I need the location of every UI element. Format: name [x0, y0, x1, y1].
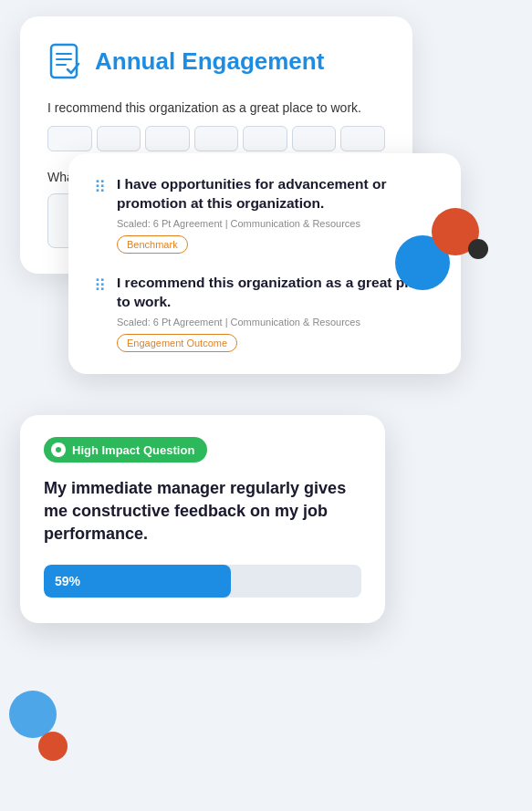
card-header: Annual Engagement [47, 42, 385, 80]
scale-segment[interactable] [292, 126, 337, 151]
question-1-text: I recommend this organization as a great… [47, 100, 385, 115]
scene: Annual Engagement I recommend this organ… [0, 0, 532, 811]
question-item-1: ⠿ I have opportunities for advancement o… [94, 175, 435, 254]
progress-bar-container: 59% [44, 565, 361, 598]
high-impact-card: High Impact Question My immediate manage… [20, 415, 385, 623]
decorative-circle-dark [468, 239, 488, 259]
scale-segment[interactable] [47, 126, 92, 151]
survey-icon [47, 42, 86, 80]
progress-label: 59% [55, 574, 80, 588]
decorative-circle-blue-bottom [9, 691, 57, 738]
scale-segment[interactable] [243, 126, 287, 151]
drag-handle-icon-2[interactable]: ⠿ [94, 276, 106, 352]
question-item-2: ⠿ I recommend this organization as a gre… [94, 274, 435, 352]
scale-segment[interactable] [340, 126, 385, 151]
high-impact-label: High Impact Question [72, 443, 194, 457]
scale-segment[interactable] [145, 126, 190, 151]
decorative-circle-orange-bottom [38, 732, 68, 761]
question-content-1: I have opportunities for advancement or … [117, 175, 435, 254]
progress-bar-fill: 59% [44, 565, 231, 598]
question-item-meta-2: Scaled: 6 Pt Agreement | Communication &… [117, 317, 435, 328]
badge-outcome[interactable]: Engagement Outcome [117, 334, 237, 352]
question-item-text-1: I have opportunities for advancement or … [117, 175, 435, 213]
high-impact-badge: High Impact Question [44, 437, 207, 463]
scale-segment[interactable] [194, 126, 239, 151]
high-impact-dot-icon [51, 442, 66, 457]
card-title: Annual Engagement [95, 47, 324, 76]
scale-bar [47, 126, 385, 151]
scale-segment[interactable] [97, 126, 141, 151]
question-item-text-2: I recommend this organization as a great… [117, 274, 435, 312]
high-impact-question-text: My immediate manager regularly gives me … [44, 477, 361, 546]
drag-handle-icon[interactable]: ⠿ [94, 177, 106, 254]
badge-benchmark[interactable]: Benchmark [117, 235, 188, 254]
question-item-meta-1: Scaled: 6 Pt Agreement | Communication &… [117, 218, 435, 229]
question-content-2: I recommend this organization as a great… [117, 274, 435, 352]
